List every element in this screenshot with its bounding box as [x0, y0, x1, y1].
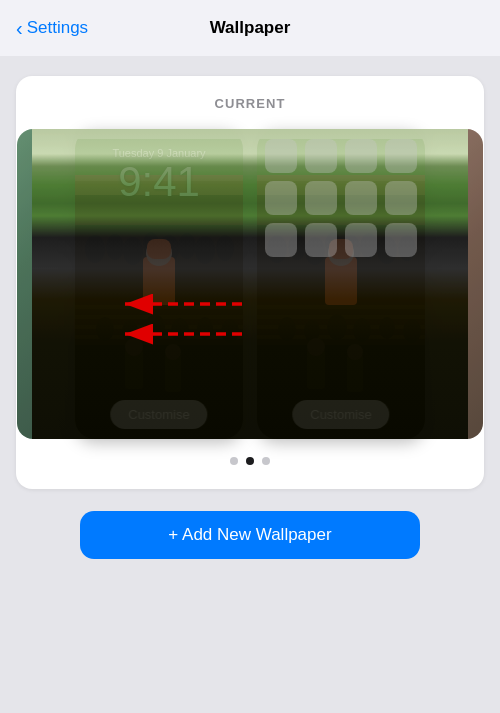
- header: ‹ Settings Wallpaper: [0, 0, 500, 56]
- main-content: CURRENT: [0, 56, 500, 579]
- page-title: Wallpaper: [210, 18, 291, 38]
- section-label: CURRENT: [215, 96, 286, 111]
- wallpaper-card: CURRENT: [16, 76, 484, 489]
- back-button[interactable]: ‹ Settings: [16, 18, 88, 38]
- home-icon: [305, 223, 337, 257]
- home-icons-area: [265, 139, 417, 257]
- home-icon: [385, 139, 417, 173]
- dot-3: [262, 457, 270, 465]
- previews-row: Tuesday 9 January 9:41: [32, 129, 468, 439]
- home-icon: [305, 181, 337, 215]
- back-label: Settings: [27, 18, 88, 38]
- add-wallpaper-button[interactable]: + Add New Wallpaper: [80, 511, 420, 559]
- dot-1: [230, 457, 238, 465]
- home-icon: [345, 223, 377, 257]
- home-icon: [265, 223, 297, 257]
- home-icon: [385, 181, 417, 215]
- home-icon: [265, 139, 297, 173]
- chevron-left-icon: ‹: [16, 18, 23, 38]
- dot-2-active: [246, 457, 254, 465]
- home-icon: [345, 181, 377, 215]
- home-icon: [385, 223, 417, 257]
- home-icon: [305, 139, 337, 173]
- home-icon: [265, 181, 297, 215]
- page-indicator: [230, 457, 270, 465]
- home-icon: [345, 139, 377, 173]
- peek-card-right: [439, 129, 483, 439]
